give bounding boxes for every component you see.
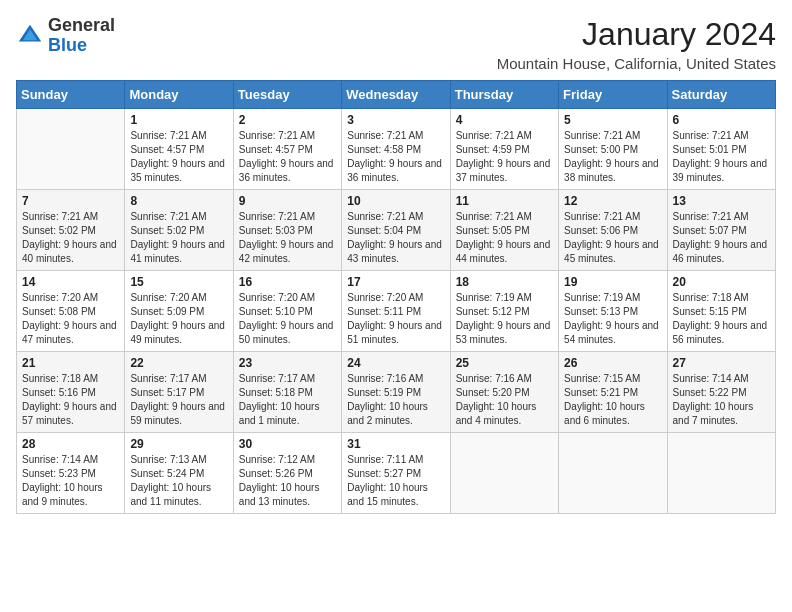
day-info: Sunrise: 7:14 AMSunset: 5:22 PMDaylight:… [673, 372, 770, 428]
day-number: 8 [130, 194, 227, 208]
weekday-header-wednesday: Wednesday [342, 81, 450, 109]
day-number: 9 [239, 194, 336, 208]
day-info: Sunrise: 7:21 AMSunset: 5:05 PMDaylight:… [456, 210, 553, 266]
day-cell: 31Sunrise: 7:11 AMSunset: 5:27 PMDayligh… [342, 433, 450, 514]
weekday-header-row: SundayMondayTuesdayWednesdayThursdayFrid… [17, 81, 776, 109]
day-cell: 6Sunrise: 7:21 AMSunset: 5:01 PMDaylight… [667, 109, 775, 190]
day-info: Sunrise: 7:21 AMSunset: 4:57 PMDaylight:… [130, 129, 227, 185]
day-number: 10 [347, 194, 444, 208]
logo-general: General [48, 15, 115, 35]
week-row-3: 14Sunrise: 7:20 AMSunset: 5:08 PMDayligh… [17, 271, 776, 352]
day-cell: 27Sunrise: 7:14 AMSunset: 5:22 PMDayligh… [667, 352, 775, 433]
day-info: Sunrise: 7:21 AMSunset: 5:02 PMDaylight:… [130, 210, 227, 266]
day-cell: 26Sunrise: 7:15 AMSunset: 5:21 PMDayligh… [559, 352, 667, 433]
day-cell: 1Sunrise: 7:21 AMSunset: 4:57 PMDaylight… [125, 109, 233, 190]
day-cell: 16Sunrise: 7:20 AMSunset: 5:10 PMDayligh… [233, 271, 341, 352]
day-number: 13 [673, 194, 770, 208]
day-cell: 30Sunrise: 7:12 AMSunset: 5:26 PMDayligh… [233, 433, 341, 514]
day-number: 14 [22, 275, 119, 289]
day-number: 16 [239, 275, 336, 289]
day-cell [559, 433, 667, 514]
day-number: 15 [130, 275, 227, 289]
day-cell: 19Sunrise: 7:19 AMSunset: 5:13 PMDayligh… [559, 271, 667, 352]
day-number: 28 [22, 437, 119, 451]
day-number: 6 [673, 113, 770, 127]
week-row-2: 7Sunrise: 7:21 AMSunset: 5:02 PMDaylight… [17, 190, 776, 271]
day-number: 20 [673, 275, 770, 289]
day-cell: 13Sunrise: 7:21 AMSunset: 5:07 PMDayligh… [667, 190, 775, 271]
day-number: 1 [130, 113, 227, 127]
day-number: 7 [22, 194, 119, 208]
title-block: January 2024 Mountain House, California,… [497, 16, 776, 72]
day-info: Sunrise: 7:21 AMSunset: 5:02 PMDaylight:… [22, 210, 119, 266]
day-number: 23 [239, 356, 336, 370]
day-cell: 2Sunrise: 7:21 AMSunset: 4:57 PMDaylight… [233, 109, 341, 190]
weekday-header-saturday: Saturday [667, 81, 775, 109]
day-info: Sunrise: 7:20 AMSunset: 5:09 PMDaylight:… [130, 291, 227, 347]
day-info: Sunrise: 7:21 AMSunset: 4:57 PMDaylight:… [239, 129, 336, 185]
day-info: Sunrise: 7:17 AMSunset: 5:17 PMDaylight:… [130, 372, 227, 428]
day-info: Sunrise: 7:16 AMSunset: 5:19 PMDaylight:… [347, 372, 444, 428]
day-info: Sunrise: 7:21 AMSunset: 5:06 PMDaylight:… [564, 210, 661, 266]
day-cell: 11Sunrise: 7:21 AMSunset: 5:05 PMDayligh… [450, 190, 558, 271]
day-info: Sunrise: 7:13 AMSunset: 5:24 PMDaylight:… [130, 453, 227, 509]
day-cell [17, 109, 125, 190]
day-info: Sunrise: 7:19 AMSunset: 5:12 PMDaylight:… [456, 291, 553, 347]
weekday-header-tuesday: Tuesday [233, 81, 341, 109]
day-number: 3 [347, 113, 444, 127]
day-number: 31 [347, 437, 444, 451]
day-cell [667, 433, 775, 514]
day-number: 5 [564, 113, 661, 127]
day-info: Sunrise: 7:12 AMSunset: 5:26 PMDaylight:… [239, 453, 336, 509]
page-header: General Blue January 2024 Mountain House… [16, 16, 776, 72]
day-cell: 7Sunrise: 7:21 AMSunset: 5:02 PMDaylight… [17, 190, 125, 271]
day-info: Sunrise: 7:17 AMSunset: 5:18 PMDaylight:… [239, 372, 336, 428]
location: Mountain House, California, United State… [497, 55, 776, 72]
day-cell: 22Sunrise: 7:17 AMSunset: 5:17 PMDayligh… [125, 352, 233, 433]
day-cell: 21Sunrise: 7:18 AMSunset: 5:16 PMDayligh… [17, 352, 125, 433]
month-title: January 2024 [497, 16, 776, 53]
day-cell: 9Sunrise: 7:21 AMSunset: 5:03 PMDaylight… [233, 190, 341, 271]
day-info: Sunrise: 7:15 AMSunset: 5:21 PMDaylight:… [564, 372, 661, 428]
logo-text: General Blue [48, 16, 115, 56]
day-number: 2 [239, 113, 336, 127]
day-cell [450, 433, 558, 514]
logo-icon [16, 22, 44, 50]
week-row-1: 1Sunrise: 7:21 AMSunset: 4:57 PMDaylight… [17, 109, 776, 190]
day-cell: 24Sunrise: 7:16 AMSunset: 5:19 PMDayligh… [342, 352, 450, 433]
calendar-table: SundayMondayTuesdayWednesdayThursdayFrid… [16, 80, 776, 514]
day-cell: 5Sunrise: 7:21 AMSunset: 5:00 PMDaylight… [559, 109, 667, 190]
day-number: 11 [456, 194, 553, 208]
day-cell: 10Sunrise: 7:21 AMSunset: 5:04 PMDayligh… [342, 190, 450, 271]
day-number: 25 [456, 356, 553, 370]
day-cell: 18Sunrise: 7:19 AMSunset: 5:12 PMDayligh… [450, 271, 558, 352]
day-cell: 15Sunrise: 7:20 AMSunset: 5:09 PMDayligh… [125, 271, 233, 352]
day-info: Sunrise: 7:21 AMSunset: 4:58 PMDaylight:… [347, 129, 444, 185]
logo: General Blue [16, 16, 115, 56]
logo-blue: Blue [48, 35, 87, 55]
day-number: 30 [239, 437, 336, 451]
weekday-header-sunday: Sunday [17, 81, 125, 109]
day-cell: 3Sunrise: 7:21 AMSunset: 4:58 PMDaylight… [342, 109, 450, 190]
day-cell: 14Sunrise: 7:20 AMSunset: 5:08 PMDayligh… [17, 271, 125, 352]
day-number: 12 [564, 194, 661, 208]
week-row-4: 21Sunrise: 7:18 AMSunset: 5:16 PMDayligh… [17, 352, 776, 433]
day-info: Sunrise: 7:20 AMSunset: 5:11 PMDaylight:… [347, 291, 444, 347]
day-info: Sunrise: 7:19 AMSunset: 5:13 PMDaylight:… [564, 291, 661, 347]
day-info: Sunrise: 7:20 AMSunset: 5:08 PMDaylight:… [22, 291, 119, 347]
day-info: Sunrise: 7:21 AMSunset: 5:04 PMDaylight:… [347, 210, 444, 266]
day-cell: 28Sunrise: 7:14 AMSunset: 5:23 PMDayligh… [17, 433, 125, 514]
day-number: 18 [456, 275, 553, 289]
day-cell: 12Sunrise: 7:21 AMSunset: 5:06 PMDayligh… [559, 190, 667, 271]
day-info: Sunrise: 7:21 AMSunset: 5:03 PMDaylight:… [239, 210, 336, 266]
day-info: Sunrise: 7:14 AMSunset: 5:23 PMDaylight:… [22, 453, 119, 509]
day-number: 27 [673, 356, 770, 370]
day-number: 21 [22, 356, 119, 370]
day-number: 22 [130, 356, 227, 370]
day-number: 24 [347, 356, 444, 370]
day-number: 4 [456, 113, 553, 127]
weekday-header-monday: Monday [125, 81, 233, 109]
day-cell: 23Sunrise: 7:17 AMSunset: 5:18 PMDayligh… [233, 352, 341, 433]
day-cell: 8Sunrise: 7:21 AMSunset: 5:02 PMDaylight… [125, 190, 233, 271]
day-cell: 29Sunrise: 7:13 AMSunset: 5:24 PMDayligh… [125, 433, 233, 514]
